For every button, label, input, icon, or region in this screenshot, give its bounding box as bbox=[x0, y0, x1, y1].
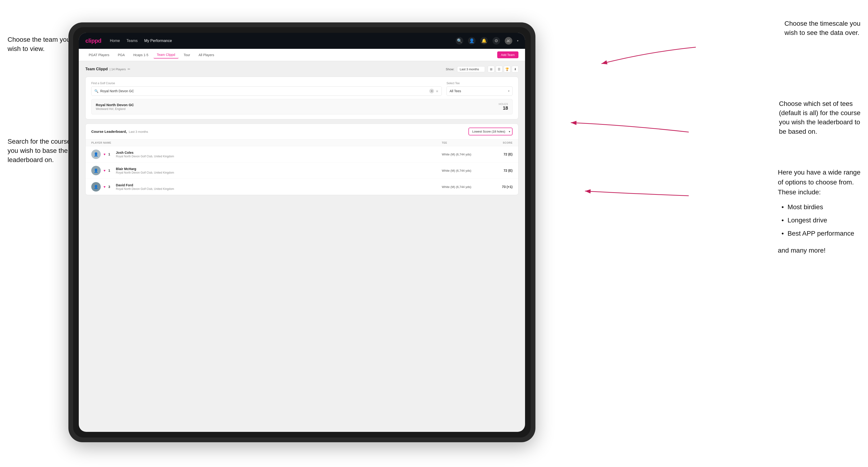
tee-select-col: Select Tee All Tees ▾ bbox=[446, 82, 513, 96]
player-rank-2: 1 bbox=[108, 168, 113, 173]
player-info-3: David Ford Royal North Devon Golf Club, … bbox=[116, 183, 174, 191]
holes-label: Holes bbox=[499, 102, 508, 105]
player-avatar-3: 👤 bbox=[91, 182, 101, 191]
table-row: 👤 ♥ 3 David Ford Royal North Devon Golf … bbox=[86, 179, 518, 195]
nav-teams[interactable]: Teams bbox=[126, 39, 137, 43]
player-score-3: 73 (+1) bbox=[489, 185, 513, 189]
player-col-2: 👤 ♥ 1 Blair McHarg Royal North Devon Gol… bbox=[91, 166, 442, 175]
score-type-select[interactable]: Lowest Score (18 holes) bbox=[468, 128, 513, 135]
find-golf-course-label: Find a Golf Course bbox=[91, 82, 442, 85]
team-header: Team Clippd | 14 Players ✏ Show: Last 3 … bbox=[85, 66, 519, 72]
tee-select-wrap[interactable]: All Tees ▾ bbox=[446, 86, 513, 96]
download-button[interactable]: ⬇ bbox=[512, 66, 519, 72]
show-select-wrap: Last 3 months bbox=[457, 66, 485, 72]
sub-nav-tour[interactable]: Tour bbox=[181, 52, 193, 58]
leaderboard-title: Course Leaderboard, Last 3 months bbox=[91, 129, 148, 133]
show-label: Show: bbox=[446, 67, 454, 71]
course-result: Royal North Devon GC Westward Ho!, Engla… bbox=[91, 99, 513, 115]
player-score-2: 72 (E) bbox=[489, 168, 513, 173]
annotation-tees: Choose which set of tees(default is all)… bbox=[779, 99, 861, 136]
annotation-search-course: Search for the courseyou wish to base th… bbox=[7, 137, 71, 165]
view-icons: ⊞ ☰ 🏆 ⬇ bbox=[488, 66, 519, 72]
tablet-inner: clippd Home Teams My Performance 🔍 👤 🔔 ⚙… bbox=[73, 27, 531, 437]
player-col-1: 👤 ♥ 1 Josh Coles Royal North Devon Golf … bbox=[91, 150, 442, 159]
search-clear-button[interactable]: ✕ bbox=[429, 89, 434, 93]
search-golf-icon: 🔍 bbox=[94, 89, 98, 93]
nav-home[interactable]: Home bbox=[110, 39, 120, 43]
app-logo: clippd bbox=[85, 37, 101, 44]
person-icon[interactable]: 👤 bbox=[468, 37, 475, 44]
player-score-1: 72 (E) bbox=[489, 152, 513, 156]
table-row: 👤 ♥ 1 Blair McHarg Royal North Devon Gol… bbox=[86, 162, 518, 179]
player-info-2: Blair McHarg Royal North Devon Golf Club… bbox=[116, 167, 174, 174]
sub-nav-pga[interactable]: PGA bbox=[115, 52, 128, 58]
leaderboard-header: Course Leaderboard, Last 3 months Lowest… bbox=[86, 124, 518, 139]
column-tee: TEE bbox=[442, 141, 489, 144]
player-heart-2: ♥ bbox=[103, 168, 105, 173]
score-type-select-wrap: Lowest Score (18 holes) bbox=[468, 128, 513, 135]
player-tee-2: White (M) (6,744 yds) bbox=[442, 169, 489, 173]
player-heart-3: ♥ bbox=[103, 185, 105, 189]
edit-team-icon[interactable]: ✏ bbox=[128, 67, 130, 71]
holes-number: 18 bbox=[499, 105, 508, 111]
search-section: Find a Golf Course 🔍 ✕ ★ Select Tee bbox=[85, 76, 519, 119]
player-col-3: 👤 ♥ 3 David Ford Royal North Devon Golf … bbox=[91, 182, 442, 191]
player-heart-1: ♥ bbox=[103, 152, 105, 156]
list-view-button[interactable]: ☰ bbox=[496, 66, 502, 72]
team-header-right: Show: Last 3 months ⊞ ☰ 🏆 ⬇ bbox=[446, 66, 519, 72]
team-title: Team Clippd bbox=[85, 67, 108, 71]
course-name: Royal North Devon GC bbox=[96, 103, 499, 107]
trophy-view-button[interactable]: 🏆 bbox=[504, 66, 510, 72]
settings-icon[interactable]: ⚙ bbox=[493, 37, 500, 44]
player-info-1: Josh Coles Royal North Devon Golf Club, … bbox=[116, 151, 174, 158]
nav-my-performance[interactable]: My Performance bbox=[144, 39, 172, 43]
sub-nav-hcaps[interactable]: Hcaps 1-5 bbox=[130, 52, 152, 58]
golf-course-search-input[interactable] bbox=[100, 89, 429, 93]
search-row: Find a Golf Course 🔍 ✕ ★ Select Tee bbox=[91, 82, 513, 96]
leaderboard-section: Course Leaderboard, Last 3 months Lowest… bbox=[85, 124, 519, 195]
search-input-wrap: 🔍 ✕ ★ bbox=[91, 86, 442, 96]
tablet-device: clippd Home Teams My Performance 🔍 👤 🔔 ⚙… bbox=[68, 22, 535, 442]
avatar-chevron: ▾ bbox=[517, 39, 519, 42]
nav-items: Home Teams My Performance bbox=[110, 39, 456, 43]
grid-view-button[interactable]: ⊞ bbox=[488, 66, 494, 72]
tee-chevron-icon: ▾ bbox=[508, 89, 509, 93]
player-rank-1: 1 bbox=[108, 152, 113, 156]
player-club-2: Royal North Devon Golf Club, United King… bbox=[116, 171, 174, 174]
annotation-timescale: Choose the timescale youwish to see the … bbox=[784, 19, 861, 37]
annotation-score-options: Here you have a wide rangeof options to … bbox=[778, 167, 861, 255]
bell-icon[interactable]: 🔔 bbox=[480, 37, 488, 44]
top-nav: clippd Home Teams My Performance 🔍 👤 🔔 ⚙… bbox=[79, 33, 525, 49]
player-name-3: David Ford bbox=[116, 183, 174, 187]
nav-icons: 🔍 👤 🔔 ⚙ JC ▾ bbox=[456, 37, 519, 44]
course-info: Royal North Devon GC Westward Ho!, Engla… bbox=[96, 103, 499, 111]
leaderboard-subtitle: Last 3 months bbox=[129, 130, 148, 133]
team-subtitle: | 14 Players bbox=[110, 67, 126, 71]
player-club-1: Royal North Devon Golf Club, United King… bbox=[116, 155, 174, 158]
sub-nav-team-clippd[interactable]: Team Clippd bbox=[154, 52, 179, 59]
tablet-screen: clippd Home Teams My Performance 🔍 👤 🔔 ⚙… bbox=[79, 33, 525, 432]
player-tee-1: White (M) (6,744 yds) bbox=[442, 153, 489, 156]
leaderboard-table-header: PLAYER NAME TEE SCORE bbox=[86, 139, 518, 146]
player-tee-3: White (M) (6,744 yds) bbox=[442, 185, 489, 189]
course-location: Westward Ho!, England bbox=[96, 107, 499, 111]
sub-nav: PGAT Players PGA Hcaps 1-5 Team Clippd T… bbox=[79, 49, 525, 61]
add-team-button[interactable]: Add Team bbox=[497, 52, 519, 58]
tee-select-label: Select Tee bbox=[446, 82, 513, 85]
search-star-icon[interactable]: ★ bbox=[435, 89, 439, 93]
player-club-3: Royal North Devon Golf Club, United King… bbox=[116, 187, 174, 191]
player-name-1: Josh Coles bbox=[116, 151, 174, 154]
user-avatar[interactable]: JC bbox=[505, 37, 512, 44]
player-avatar-1: 👤 bbox=[91, 150, 101, 159]
show-select[interactable]: Last 3 months bbox=[457, 66, 485, 72]
main-content: Team Clippd | 14 Players ✏ Show: Last 3 … bbox=[79, 61, 525, 432]
search-icon[interactable]: 🔍 bbox=[456, 37, 463, 44]
player-avatar-2: 👤 bbox=[91, 166, 101, 175]
player-name-2: Blair McHarg bbox=[116, 167, 174, 171]
sub-nav-all-players[interactable]: All Players bbox=[195, 52, 217, 58]
sub-nav-pgat[interactable]: PGAT Players bbox=[85, 52, 113, 58]
table-row: 👤 ♥ 1 Josh Coles Royal North Devon Golf … bbox=[86, 146, 518, 162]
leaderboard-score-select-wrap: Lowest Score (18 holes) bbox=[468, 128, 513, 135]
find-golf-course-col: Find a Golf Course 🔍 ✕ ★ bbox=[91, 82, 442, 96]
holes-box: Holes 18 bbox=[499, 102, 508, 111]
